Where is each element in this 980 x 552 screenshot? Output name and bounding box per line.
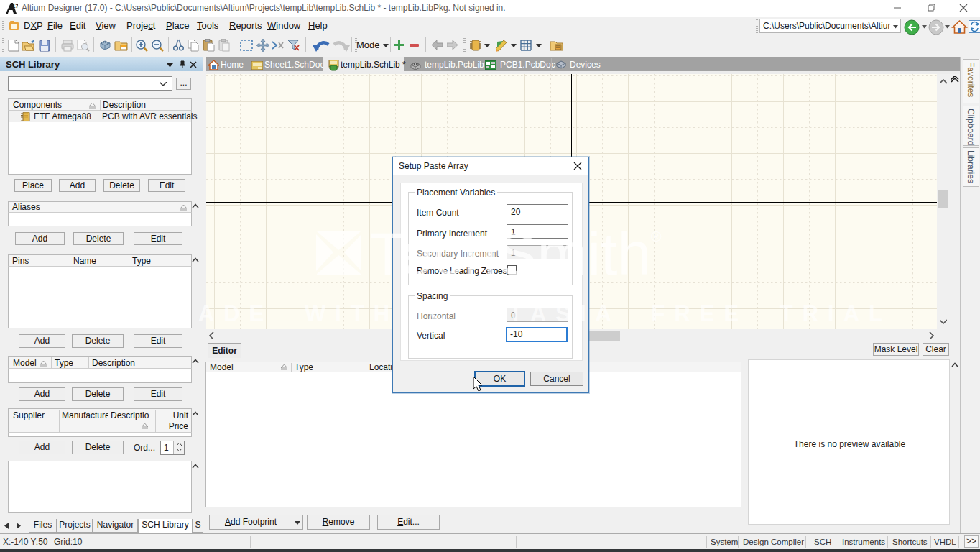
svg-text:17: 17 [12, 3, 18, 9]
